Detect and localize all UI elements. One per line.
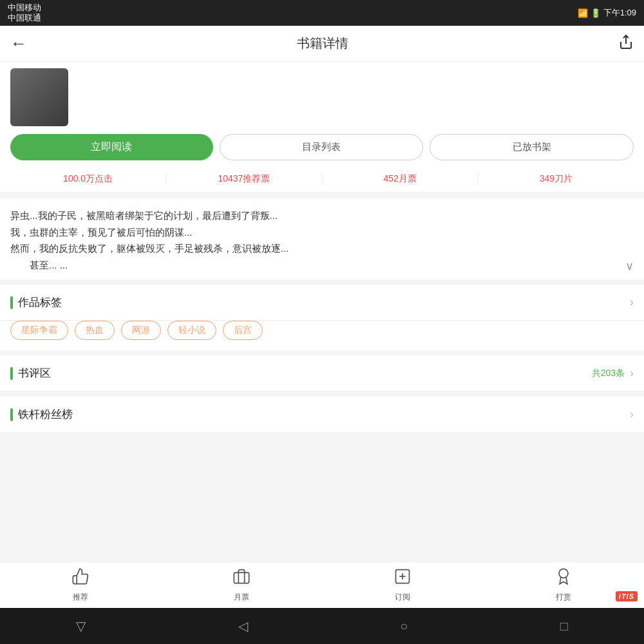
- reviews-section: 书评区 共203条 ›: [0, 355, 644, 392]
- action-monthly[interactable]: 月票: [161, 567, 322, 603]
- android-menu[interactable]: □: [547, 614, 581, 639]
- action-buttons: 立即阅读 目录列表 已放书架: [0, 126, 644, 168]
- bottom-action-bar: 推荐 月票 订阅 打赏: [0, 562, 644, 608]
- signal-icon: 📶: [578, 8, 588, 18]
- description-section: 异虫...我的子民，被黑暗者绑架于它的计划，最后遭到了背叛... 我，虫群的主宰…: [0, 198, 644, 279]
- reviews-title: 书评区: [10, 366, 51, 381]
- description-text: 异虫...我的子民，被黑暗者绑架于它的计划，最后遭到了背叛... 我，虫群的主宰…: [10, 207, 634, 273]
- fans-title-text: 铁杆粉丝榜: [18, 407, 73, 422]
- itis-badge: iTIS: [616, 591, 638, 601]
- android-home[interactable]: ◁: [225, 613, 261, 639]
- share-button[interactable]: [618, 34, 634, 53]
- reward-icon: [554, 567, 573, 589]
- tag-item-4[interactable]: 后宫: [223, 321, 263, 340]
- tag-item-1[interactable]: 热血: [75, 321, 115, 340]
- section-bar-reviews: [10, 367, 13, 380]
- fans-section: 铁杆粉丝榜 ›: [0, 397, 644, 433]
- stat-recommend: 10437推荐票: [166, 173, 322, 185]
- battery-icon: 🔋: [591, 8, 601, 18]
- tag-item-3[interactable]: 轻小说: [167, 321, 216, 340]
- tags-list: 星际争霸 热血 网游 轻小说 后宫: [0, 321, 644, 350]
- stats-bar: 100.0万点击 10437推荐票 452月票 349刀片: [0, 168, 644, 193]
- reviews-count: 共203条: [592, 368, 625, 379]
- reward-label: 打赏: [556, 592, 571, 603]
- tags-title: 作品标签: [10, 295, 62, 310]
- tags-title-text: 作品标签: [18, 295, 62, 310]
- android-nav: ▽ ◁ ○ □: [0, 608, 644, 644]
- tag-item-0[interactable]: 星际争霸: [10, 321, 68, 340]
- android-back[interactable]: ▽: [63, 613, 99, 639]
- action-subscribe[interactable]: 订阅: [322, 567, 483, 603]
- recommend-label: 推荐: [73, 592, 88, 603]
- fans-row[interactable]: 铁杆粉丝榜 ›: [0, 397, 644, 433]
- carrier-info: 中国移动 中国联通: [8, 3, 41, 23]
- read-button[interactable]: 立即阅读: [10, 134, 213, 160]
- section-bar-fans: [10, 408, 13, 421]
- status-right: 📶 🔋 下午1:09: [578, 7, 636, 19]
- stat-monthly: 452月票: [323, 173, 478, 185]
- fans-title: 铁杆粉丝榜: [10, 407, 73, 422]
- nav-bar: ← 书籍详情: [0, 26, 644, 62]
- stat-hits: 100.0万点击: [10, 173, 166, 185]
- carrier1: 中国移动: [8, 3, 41, 13]
- action-recommend[interactable]: 推荐: [0, 567, 161, 603]
- shelf-button[interactable]: 已放书架: [430, 134, 634, 160]
- status-bar: 中国移动 中国联通 📶 🔋 下午1:09: [0, 0, 644, 26]
- subscribe-icon: [393, 567, 412, 589]
- reviews-arrow: ›: [630, 366, 634, 380]
- fans-arrow: ›: [630, 408, 634, 421]
- tags-arrow: ›: [630, 296, 634, 309]
- back-button[interactable]: ←: [10, 33, 27, 53]
- book-cover: [10, 68, 68, 126]
- time: 下午1:09: [603, 7, 636, 19]
- reviews-row[interactable]: 书评区 共203条 ›: [0, 355, 644, 392]
- tag-item-2[interactable]: 网游: [121, 321, 161, 340]
- book-header: [0, 62, 644, 126]
- recommend-icon: [71, 567, 90, 589]
- monthly-icon: [232, 567, 251, 589]
- svg-point-5: [559, 569, 568, 578]
- tags-section-header[interactable]: 作品标签 ›: [0, 285, 644, 321]
- subscribe-label: 订阅: [395, 592, 410, 603]
- expand-arrow[interactable]: ∨: [625, 259, 634, 273]
- carrier2: 中国联通: [8, 13, 41, 23]
- catalog-button[interactable]: 目录列表: [220, 134, 424, 160]
- reviews-title-text: 书评区: [18, 366, 51, 381]
- page-title: 书籍详情: [297, 35, 348, 52]
- android-recents[interactable]: ○: [387, 614, 421, 639]
- stat-knives: 349刀片: [478, 173, 634, 185]
- monthly-label: 月票: [234, 592, 249, 603]
- section-bar-icon: [10, 296, 13, 309]
- svg-rect-1: [234, 573, 249, 583]
